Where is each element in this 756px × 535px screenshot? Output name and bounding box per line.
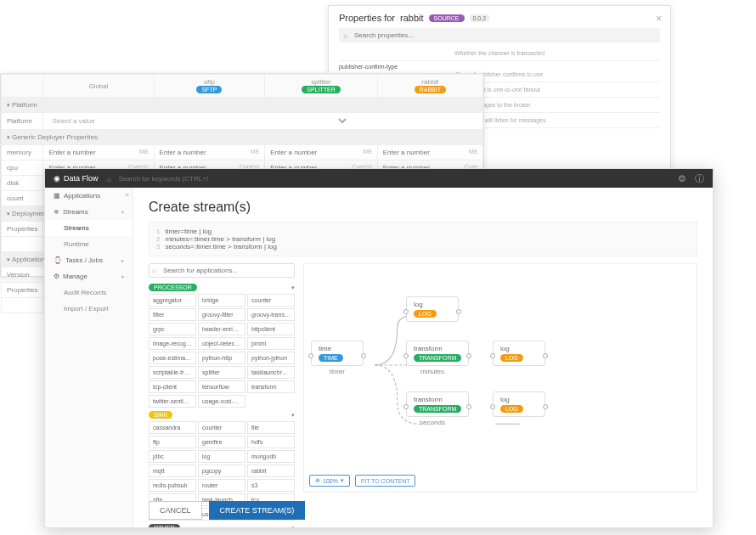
sidebar-item[interactable]: ⚙Manage xyxy=(45,268,133,284)
app-cell[interactable]: file xyxy=(247,421,295,434)
output-port[interactable] xyxy=(543,404,548,409)
app-cell[interactable]: s3 xyxy=(247,479,295,492)
app-cell[interactable]: tensorflow xyxy=(198,380,245,393)
app-cell[interactable]: cassandra xyxy=(149,421,196,434)
app-cell[interactable]: pmml xyxy=(247,337,295,350)
cancel-button[interactable]: CANCEL xyxy=(149,501,202,520)
app-cell[interactable]: python-jython xyxy=(247,352,295,364)
output-port[interactable] xyxy=(466,404,471,409)
stream-canvas[interactable]: ⊕ 100% ▾ FIT TO CONTENT timeTIMEtimerlog… xyxy=(303,263,697,493)
app-cell[interactable]: pgcopy xyxy=(198,465,245,477)
app-cell[interactable]: ftp xyxy=(149,436,196,448)
stream-node[interactable]: timeTIME xyxy=(311,341,364,366)
sidebar-item[interactable]: Import / Export xyxy=(45,301,133,317)
app-cell[interactable]: hdfs xyxy=(247,436,295,448)
stream-node[interactable]: transformTRANSFORM xyxy=(406,391,469,417)
app-cell[interactable]: bridge xyxy=(198,294,245,307)
sidebar-item[interactable]: ⌚Tasks / Jobs xyxy=(45,252,133,268)
page-title: Create stream(s) xyxy=(149,200,697,215)
category-header[interactable]: SINK▾ xyxy=(149,411,295,419)
value-cell[interactable]: MB xyxy=(43,145,154,160)
app-cell[interactable]: splitter xyxy=(198,366,245,379)
number-input[interactable] xyxy=(270,149,341,156)
sidebar-item[interactable]: ▦Applications xyxy=(45,188,133,204)
app-cell[interactable]: pose-estimation xyxy=(149,352,196,364)
stream-node[interactable]: logLOG xyxy=(493,391,545,417)
app-cell[interactable]: usage-cost-proc... xyxy=(198,395,245,408)
app-cell[interactable]: httpclient xyxy=(247,323,295,335)
global-search-input[interactable] xyxy=(107,175,208,183)
gear-icon[interactable]: ⚙ xyxy=(678,173,686,184)
group-row[interactable]: Generic Deployer Properties xyxy=(2,130,483,145)
create-button[interactable]: CREATE STREAM(S) xyxy=(209,501,306,520)
app-cell[interactable]: mongodb xyxy=(247,450,295,463)
input-port[interactable] xyxy=(490,404,495,409)
platform-select[interactable]: Select a value xyxy=(48,116,348,126)
app-cell[interactable]: log xyxy=(198,450,245,463)
app-cell[interactable]: header-enricher xyxy=(198,323,245,335)
app-cell[interactable]: image-recogniti... xyxy=(149,337,196,350)
app-cell[interactable]: tasklaunchreque... xyxy=(247,366,295,379)
sidebar-item[interactable]: Audit Records xyxy=(45,284,133,301)
output-port[interactable] xyxy=(456,309,461,314)
node-badge: TRANSFORM xyxy=(414,354,461,362)
app-cell[interactable]: aggregator xyxy=(149,294,196,307)
input-port[interactable] xyxy=(490,353,495,358)
value-cell[interactable]: MB xyxy=(377,145,482,160)
input-port[interactable] xyxy=(403,353,409,358)
output-port[interactable] xyxy=(361,353,366,358)
sidebar-item[interactable]: Runtime xyxy=(45,236,133,252)
number-input[interactable] xyxy=(48,149,118,156)
app-cell[interactable]: gemfire xyxy=(198,436,245,448)
app-search-input[interactable] xyxy=(149,263,295,278)
number-input[interactable] xyxy=(160,149,229,156)
input-port[interactable] xyxy=(403,404,409,409)
fit-button[interactable]: FIT TO CONTENT xyxy=(355,475,416,487)
input-port[interactable] xyxy=(403,309,409,314)
close-icon[interactable]: × xyxy=(656,13,662,25)
stream-node[interactable]: logLOG xyxy=(406,296,459,322)
number-input[interactable] xyxy=(383,149,449,156)
property-row[interactable]: Whether the channel is transacted xyxy=(339,46,660,61)
sidebar-item-label: Streams xyxy=(64,224,89,232)
app-cell[interactable]: tcp-client xyxy=(149,380,196,393)
properties-search-input[interactable] xyxy=(339,28,660,42)
app-cell[interactable]: rabbit xyxy=(247,465,295,477)
output-port[interactable] xyxy=(466,353,471,358)
category-header[interactable]: PROCESSOR▾ xyxy=(149,284,295,291)
app-cell[interactable]: object-detection xyxy=(198,337,245,350)
app-cell[interactable]: router xyxy=(198,479,245,492)
info-icon[interactable]: ⓘ xyxy=(695,172,704,185)
app-cell[interactable]: twitter-sentiment xyxy=(149,395,196,408)
app-cell[interactable]: mqtt xyxy=(149,465,196,477)
app-cell[interactable]: groovy-filter xyxy=(198,308,245,321)
output-port[interactable] xyxy=(543,353,548,358)
topbar: ◉ Data Flow ⚙ ⓘ xyxy=(45,169,713,188)
zoom-control[interactable]: ⊕ 100% ▾ xyxy=(309,475,350,487)
app-cell[interactable]: grpc xyxy=(149,323,196,335)
value-cell[interactable]: Select a value xyxy=(43,113,483,130)
stream-node[interactable]: logLOG xyxy=(493,341,545,366)
input-port[interactable] xyxy=(308,353,313,358)
group-row[interactable]: Platform xyxy=(2,98,483,113)
app-cell[interactable]: python-http xyxy=(198,352,245,364)
apps-palette: PROCESSOR▾aggregatorbridgecounterfilterg… xyxy=(149,263,295,493)
source-badge: SOURCE xyxy=(429,14,465,22)
app-cell[interactable]: counter xyxy=(198,421,245,434)
app-cell[interactable]: filter xyxy=(149,308,196,321)
value-cell[interactable]: MB xyxy=(265,145,377,160)
value-cell[interactable]: MB xyxy=(154,145,265,160)
sidebar-item[interactable]: ≋Streams xyxy=(45,204,133,220)
app-cell[interactable]: groovy-transform xyxy=(247,308,295,321)
category-header[interactable]: OTHER▾ xyxy=(149,524,295,527)
app-cell[interactable]: scriptable-transf... xyxy=(149,366,196,379)
sidebar-toggle[interactable]: « xyxy=(126,191,129,199)
stream-dsl-code[interactable]: 1timer=time | log2minutes=:timer.time > … xyxy=(149,222,697,256)
stream-node[interactable]: transformTRANSFORM xyxy=(406,341,469,366)
app-cell[interactable]: redis-pubsub xyxy=(149,479,196,492)
sidebar-item[interactable]: Streams xyxy=(45,220,133,236)
app-cell[interactable]: jdbc xyxy=(149,450,196,463)
app-cell[interactable]: counter xyxy=(247,294,295,307)
app-cell[interactable]: transform xyxy=(247,380,295,393)
footer-actions: CANCEL CREATE STREAM(S) xyxy=(149,501,697,520)
